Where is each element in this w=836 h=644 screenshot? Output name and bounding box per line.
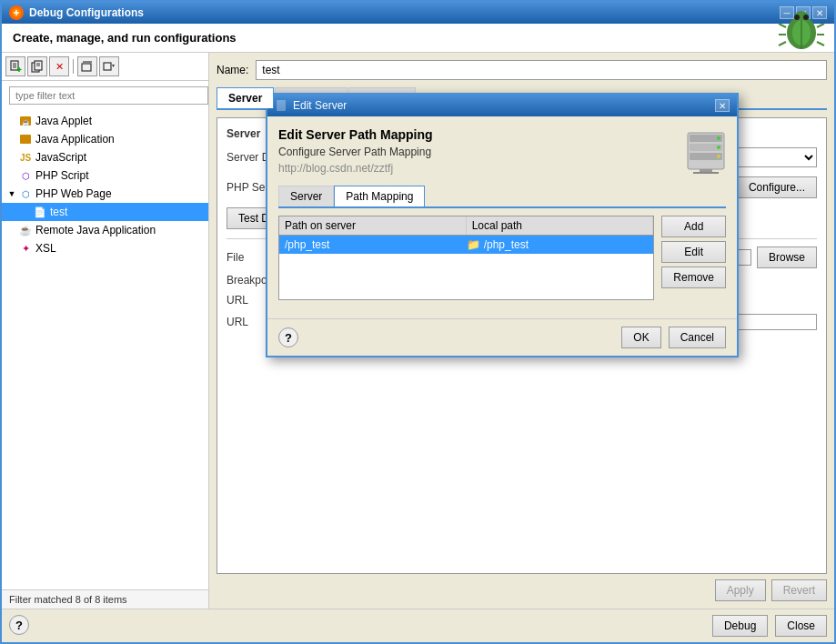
modal-title-left: Edit Server xyxy=(275,99,347,112)
tree-item-javascript[interactable]: JS JavaScript xyxy=(2,148,208,166)
test-icon: 📄 xyxy=(33,205,47,219)
tree-expander xyxy=(20,206,33,218)
subtitle-text: Create, manage, and run configurations xyxy=(13,31,237,45)
close-dialog-button[interactable]: Close xyxy=(775,615,827,637)
svg-marker-28 xyxy=(112,65,115,67)
path-row-0[interactable]: /php_test 📁 /php_test xyxy=(279,236,653,254)
svg-rect-27 xyxy=(104,63,111,70)
modal-title-bar: Edit Server ✕ xyxy=(267,95,737,116)
modal-tabs: Server Path Mapping xyxy=(278,186,726,208)
svg-line-9 xyxy=(779,42,786,45)
edit-server-modal: Edit Server ✕ Edit Server Path Mapping C… xyxy=(266,93,739,357)
filter-input[interactable] xyxy=(9,86,208,105)
svg-rect-25 xyxy=(82,64,91,71)
modal-tab-server[interactable]: Server xyxy=(278,186,334,206)
svg-line-10 xyxy=(817,42,824,45)
path-table-actions: Add Edit Remove xyxy=(661,216,726,300)
modal-section-title: Edit Server Path Mapping xyxy=(278,127,677,142)
tree-label-remote-java: Remote Java Application xyxy=(35,224,156,236)
path-table-header: Path on server Local path xyxy=(279,216,653,236)
path-col-local: Local path xyxy=(467,216,654,235)
modal-icon xyxy=(275,99,287,112)
svg-point-39 xyxy=(717,155,720,158)
tree-expander-php-web[interactable]: ▼ xyxy=(5,187,18,200)
delete-button[interactable]: ✕ xyxy=(49,56,69,76)
tree-item-java-applet[interactable]: ☕ Java Applet xyxy=(2,112,208,130)
svg-text:☕: ☕ xyxy=(22,118,30,126)
tree-item-php-script[interactable]: ⬡ PHP Script xyxy=(2,166,208,185)
dialog-bottom: ? Debug Close xyxy=(2,609,834,642)
filter-status: Filter matched 8 of 8 items xyxy=(2,589,208,609)
tab-server[interactable]: Server xyxy=(217,87,274,108)
tree-expander xyxy=(5,151,18,164)
svg-line-6 xyxy=(817,24,824,27)
menu-button[interactable] xyxy=(99,56,119,76)
svg-rect-31 xyxy=(20,135,31,144)
modal-tab-path-mapping[interactable]: Path Mapping xyxy=(334,186,425,206)
duplicate-button[interactable] xyxy=(27,56,47,76)
xsl-icon: ✦ xyxy=(18,241,33,256)
tree-item-java-application[interactable]: Java Application xyxy=(2,130,208,148)
modal-title: Edit Server xyxy=(293,99,347,112)
dialog-subtitle: Create, manage, and run configurations xyxy=(2,24,834,53)
tree-item-php-web[interactable]: ▼ ⬡ PHP Web Page xyxy=(2,185,208,203)
tree-expander xyxy=(5,115,18,127)
modal-url: http://blog.csdn.net/zztfj xyxy=(278,162,677,175)
local-path-value: /php_test xyxy=(484,238,529,251)
tree-label-xsl: XSL xyxy=(35,242,56,255)
name-input[interactable] xyxy=(256,60,827,80)
configure-button[interactable]: Configure... xyxy=(737,176,817,198)
remove-mapping-button[interactable]: Remove xyxy=(661,267,726,288)
title-bar-icon xyxy=(9,5,24,20)
modal-body: Edit Server Path Mapping Configure Serve… xyxy=(267,116,737,318)
server-path-cell: /php_test xyxy=(285,238,467,251)
path-table-container: Path on server Local path /php_test 📁 /p… xyxy=(278,216,726,300)
name-row: Name: xyxy=(217,60,827,80)
javascript-icon: JS xyxy=(18,150,33,165)
add-mapping-button[interactable]: Add xyxy=(661,216,726,237)
tree-label-php-script: PHP Script xyxy=(35,169,88,182)
tree-expander xyxy=(5,242,18,255)
revert-button[interactable]: Revert xyxy=(771,579,827,601)
tree-label-javascript: JavaScript xyxy=(35,151,86,164)
browse-button[interactable]: Browse xyxy=(757,247,817,268)
name-label: Name: xyxy=(217,64,248,76)
path-table: Path on server Local path /php_test 📁 /p… xyxy=(278,216,654,300)
server-icon xyxy=(686,127,726,175)
collapse-button[interactable] xyxy=(77,56,97,76)
php-script-icon: ⬡ xyxy=(18,168,33,183)
svg-rect-32 xyxy=(277,100,286,111)
tree-item-test[interactable]: 📄 test xyxy=(2,203,208,221)
path-col-server: Path on server xyxy=(279,216,467,235)
window-title: Debug Configurations xyxy=(29,6,144,19)
tree-container: ☕ Java Applet Java Application JS Java xyxy=(2,110,208,589)
debug-button[interactable]: Debug xyxy=(712,615,768,637)
svg-point-38 xyxy=(717,146,720,149)
tree-label-test: test xyxy=(50,206,67,218)
svg-point-11 xyxy=(794,15,800,20)
tree-label-java-app: Java Application xyxy=(35,133,115,146)
tree-expander xyxy=(5,169,18,182)
modal-ok-button[interactable]: OK xyxy=(621,327,660,348)
apply-button[interactable]: Apply xyxy=(715,579,766,601)
bug-icon xyxy=(777,7,827,57)
local-path-cell: 📁 /php_test xyxy=(467,238,649,251)
modal-close-button[interactable]: ✕ xyxy=(715,99,730,112)
edit-mapping-button[interactable]: Edit xyxy=(661,241,726,263)
toolbar: ✕ xyxy=(2,53,208,81)
new-config-button[interactable] xyxy=(5,56,25,76)
php-web-icon: ⬡ xyxy=(18,186,33,201)
tree-expander xyxy=(5,224,18,236)
tree-expander xyxy=(5,133,18,146)
remote-java-icon: ☕ xyxy=(18,223,33,237)
tree-item-xsl[interactable]: ✦ XSL xyxy=(2,239,208,257)
tree-label-java-applet: Java Applet xyxy=(35,115,92,127)
modal-help-button[interactable]: ? xyxy=(278,327,298,347)
help-button[interactable]: ? xyxy=(9,615,29,635)
svg-rect-41 xyxy=(693,172,719,174)
java-applet-icon: ☕ xyxy=(18,114,33,128)
modal-cancel-button[interactable]: Cancel xyxy=(669,327,726,348)
java-app-icon xyxy=(18,132,33,146)
tree-item-remote-java[interactable]: ☕ Remote Java Application xyxy=(2,221,208,239)
folder-icon: 📁 xyxy=(467,238,480,251)
